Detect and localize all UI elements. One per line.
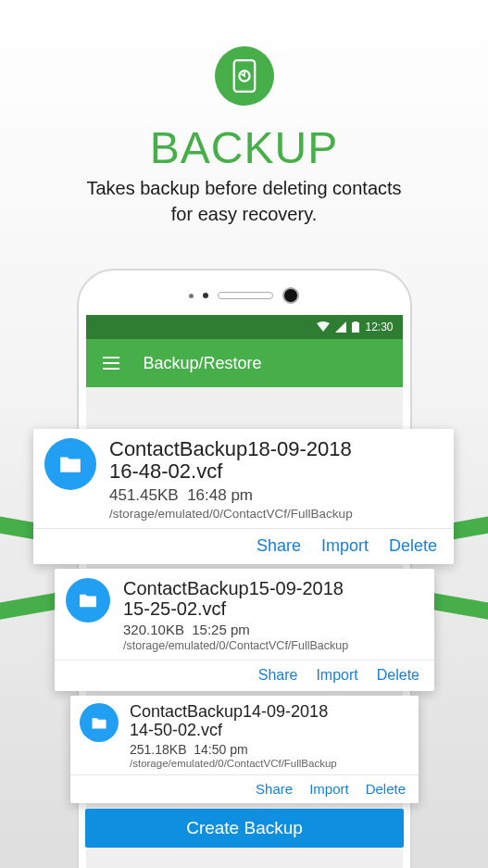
menu-icon[interactable] [103, 357, 119, 370]
backup-filename: ContactBackup18-09-2018 16-48-02.vcf [109, 438, 443, 483]
backup-path: /storage/emulated/0/ContactVCf/FullBacku… [130, 758, 409, 769]
backup-meta: 320.10KB 15:25 pm [123, 622, 423, 637]
delete-button[interactable]: Delete [377, 667, 419, 684]
share-button[interactable]: Share [257, 536, 301, 556]
phone-physical-top [86, 287, 403, 304]
status-time: 12:30 [365, 321, 393, 333]
backup-meta: 251.18KB 14:50 pm [130, 742, 409, 757]
backup-card: ContactBackup14-09-2018 14-50-02.vcf 251… [70, 696, 419, 803]
battery-icon [352, 321, 359, 333]
delete-button[interactable]: Delete [389, 536, 437, 556]
share-button[interactable]: Share [256, 781, 293, 797]
app-bar: Backup/Restore [86, 339, 403, 387]
app-bar-title: Backup/Restore [144, 354, 262, 373]
import-button[interactable]: Import [321, 536, 369, 556]
wifi-icon [317, 321, 330, 333]
backup-filename: ContactBackup14-09-2018 14-50-02.vcf [130, 703, 409, 740]
create-backup-button[interactable]: Create Backup [85, 809, 404, 848]
delete-button[interactable]: Delete [366, 781, 406, 797]
status-bar: 12:30 [86, 315, 403, 339]
hero-subtitle: Takes backup before deleting contacts fo… [0, 175, 488, 227]
backup-path: /storage/emulated/0/ContactVCf/FullBacku… [109, 507, 443, 521]
signal-icon [335, 321, 346, 333]
folder-icon [66, 578, 110, 623]
import-button[interactable]: Import [316, 667, 357, 684]
backup-card: ContactBackup18-09-2018 16-48-02.vcf 451… [33, 429, 454, 564]
hero-section: Backup Takes backup before deleting cont… [0, 0, 488, 227]
backup-icon [215, 46, 274, 106]
svg-rect-2 [352, 322, 359, 333]
share-button[interactable]: Share [258, 667, 298, 684]
backup-filename: ContactBackup15-09-2018 15-25-02.vcf [123, 578, 423, 619]
backup-card: ContactBackup15-09-2018 15-25-02.vcf 320… [55, 569, 434, 691]
svg-rect-3 [354, 321, 357, 322]
import-button[interactable]: Import [309, 781, 349, 797]
folder-icon [80, 703, 119, 742]
backup-meta: 451.45KB 16:48 pm [109, 486, 443, 505]
backup-path: /storage/emulated/0/ContactVCf/FullBacku… [123, 639, 423, 652]
folder-icon [44, 438, 96, 490]
hero-title: Backup [0, 122, 488, 173]
